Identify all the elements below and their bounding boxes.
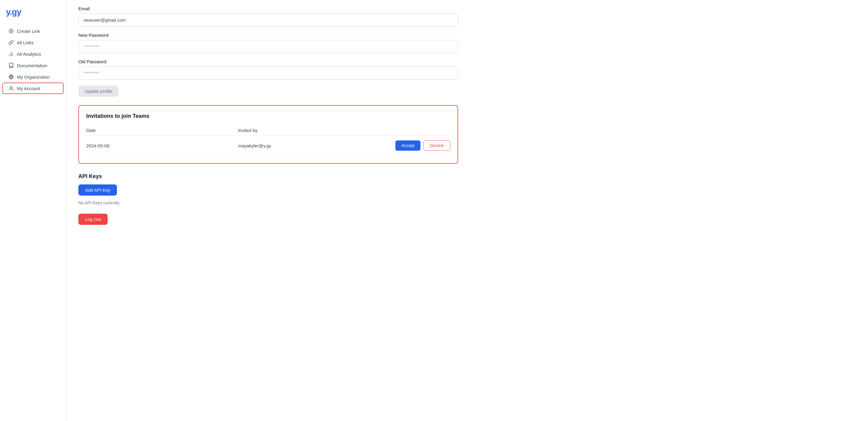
invitation-date: 2024-05-08 <box>86 143 238 148</box>
sidebar-item-label: My Account <box>17 86 40 91</box>
add-api-key-button[interactable]: Add API Key <box>79 185 117 196</box>
link-icon <box>8 40 14 45</box>
old-password-input[interactable] <box>79 67 458 79</box>
sidebar-nav: Create Link All Links All Analytics Docu… <box>0 25 66 94</box>
api-keys-section: API Keys Add API Key No API Keys current… <box>79 173 458 205</box>
email-field-group: Email <box>79 6 458 27</box>
invitation-row: 2024-05-08 mayakyler@y.gy Accept Decline <box>86 136 450 156</box>
sidebar-item-label: All Links <box>17 40 34 45</box>
invitation-actions: Accept Decline <box>390 140 450 151</box>
no-api-keys-text: No API Keys currently. <box>79 200 458 205</box>
email-label: Email <box>79 6 458 11</box>
sidebar-item-documentation[interactable]: Documentation <box>2 60 64 71</box>
col-date: Date <box>86 128 238 133</box>
invitations-table-header: Date Invited by <box>86 125 450 136</box>
old-password-label: Old Password <box>79 59 458 64</box>
svg-point-7 <box>10 86 12 88</box>
sidebar-item-label: All Analytics <box>17 52 41 57</box>
sidebar-item-my-organization[interactable]: My Organization <box>2 71 64 83</box>
sidebar-item-my-account[interactable]: My Account <box>2 83 64 94</box>
old-password-field-group: Old Password <box>79 59 458 79</box>
update-profile-button[interactable]: Update profile <box>79 86 119 97</box>
sidebar-item-label: Documentation <box>17 63 47 68</box>
main-content: Email New Password Old Password Update p… <box>66 0 868 421</box>
account-section: Email New Password Old Password Update p… <box>79 6 458 225</box>
sidebar: y.gy Create Link All Links All Analytics <box>0 0 66 421</box>
api-keys-title: API Keys <box>79 173 458 180</box>
book-icon <box>8 63 14 68</box>
sidebar-item-all-links[interactable]: All Links <box>2 37 64 48</box>
email-input[interactable] <box>79 13 458 27</box>
bar-chart-icon <box>8 51 14 57</box>
new-password-label: New Password <box>79 33 458 38</box>
invitation-invited-by: mayakyler@y.gy <box>238 143 390 148</box>
new-password-input[interactable] <box>79 40 458 53</box>
invitations-box: Invitations to join Teams Date Invited b… <box>79 105 458 164</box>
invitations-title: Invitations to join Teams <box>86 113 450 119</box>
sidebar-item-label: My Organization <box>17 74 50 79</box>
new-password-field-group: New Password <box>79 33 458 53</box>
globe-icon <box>8 74 14 79</box>
col-invited-by: Invited by <box>238 128 390 133</box>
plus-circle-icon <box>8 28 14 34</box>
user-circle-icon <box>8 86 14 91</box>
accept-button[interactable]: Accept <box>396 140 421 151</box>
sidebar-item-all-analytics[interactable]: All Analytics <box>2 48 64 60</box>
logo: y.gy <box>0 7 66 25</box>
logout-button[interactable]: Log Out <box>79 214 107 225</box>
sidebar-item-label: Create Link <box>17 29 40 34</box>
sidebar-item-create-link[interactable]: Create Link <box>2 25 64 37</box>
decline-button[interactable]: Decline <box>424 140 450 151</box>
